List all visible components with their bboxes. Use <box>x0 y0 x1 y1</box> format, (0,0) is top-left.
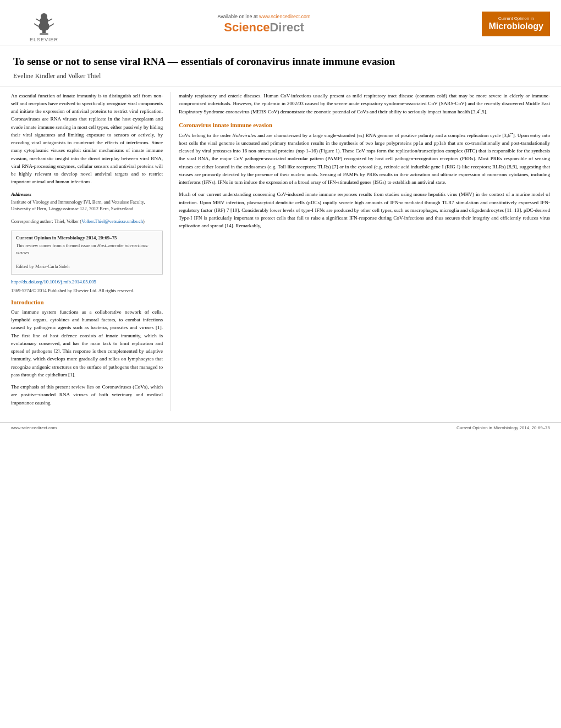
section1-paragraph-1: CoVs belong to the order Nidovirales and… <box>179 131 550 187</box>
elsevier-text-label: ELSEVIER <box>30 37 58 42</box>
info-box: Current Opinion in Microbiology 2014, 20… <box>11 231 163 275</box>
intro-paragraph-1: Our immune system functions as a collabo… <box>11 308 163 379</box>
corresponding-email[interactable]: Volker.Thiel@vetsuisse.unibe.ch <box>81 218 143 224</box>
journal-line1: Current Opinion in <box>488 16 543 21</box>
sciencedirect-url[interactable]: www.sciencedirect.com <box>259 14 311 19</box>
corresponding-close: ) <box>143 218 145 224</box>
header-center: Available online at www.sciencedirect.co… <box>77 14 451 35</box>
intro-heading: Introduction <box>11 299 163 305</box>
footer-url: www.sciencedirect.com <box>11 425 57 430</box>
journal-badge-area: Current Opinion in Microbiology <box>451 12 550 36</box>
corresponding-author: Corresponding author: Thiel, Volker (Vol… <box>11 218 163 225</box>
info-box-review: This review comes from a themed issue on… <box>16 242 158 256</box>
journal-line2: Microbiology <box>488 21 543 31</box>
info-box-edited: Edited by Maria-Carla Saleh <box>16 256 158 270</box>
elsevier-logo: ELSEVIER <box>11 6 77 42</box>
addresses-text: Institute of Virology and Immunology IVI… <box>11 199 163 213</box>
elsevier-tree-icon <box>28 6 61 36</box>
info-box-title: Current Opinion in Microbiology 2014, 20… <box>16 235 158 240</box>
abstract-text: An essential function of innate immunity… <box>11 92 163 186</box>
section1-paragraph-2: Much of our current understanding concer… <box>179 190 550 229</box>
doi-link[interactable]: http://dx.doi.org/10.1016/j.mib.2014.05.… <box>11 279 163 284</box>
svg-line-5 <box>50 24 54 26</box>
page-footer: www.sciencedirect.com Current Opinion in… <box>0 422 561 433</box>
article-authors: Eveline Kindler and Volker Thiel <box>13 72 548 80</box>
page-header: ELSEVIER Available online at www.science… <box>0 0 561 46</box>
corresponding-label: Corresponding author: Thiel, Volker ( <box>11 218 81 224</box>
addresses-title: Addresses <box>11 191 163 197</box>
article-title: To sense or not to sense viral RNA — ess… <box>13 55 548 69</box>
intro-continuation: mainly respiratory and enteric diseases.… <box>179 92 550 116</box>
svg-line-7 <box>48 19 52 21</box>
footer-journal-info: Current Opinion in Microbiology 2014, 20… <box>457 425 550 430</box>
title-area: To sense or not to sense viral RNA — ess… <box>0 46 561 86</box>
left-column: An essential function of innate immunity… <box>0 92 170 411</box>
main-content: An essential function of innate immunity… <box>0 86 561 417</box>
svg-line-4 <box>34 24 38 26</box>
addresses-section: Addresses Institute of Virology and Immu… <box>11 191 163 213</box>
elsevier-logo-area: ELSEVIER <box>11 6 77 42</box>
section1-heading: Coronavirus innate immune evasion <box>179 122 550 128</box>
issn-text: 1369-5274/© 2014 Published by Elsevier L… <box>11 288 163 293</box>
journal-badge: Current Opinion in Microbiology <box>482 12 550 36</box>
sciencedirect-logo: ScienceDirect <box>77 20 451 35</box>
svg-point-3 <box>41 13 47 20</box>
available-online-text: Available online at www.sciencedirect.co… <box>77 14 451 19</box>
svg-line-6 <box>36 19 40 21</box>
right-column: mainly respiratory and enteric diseases.… <box>170 92 561 411</box>
intro-paragraph-2: The emphasis of this present review lies… <box>11 383 163 407</box>
svg-rect-8 <box>40 33 48 35</box>
